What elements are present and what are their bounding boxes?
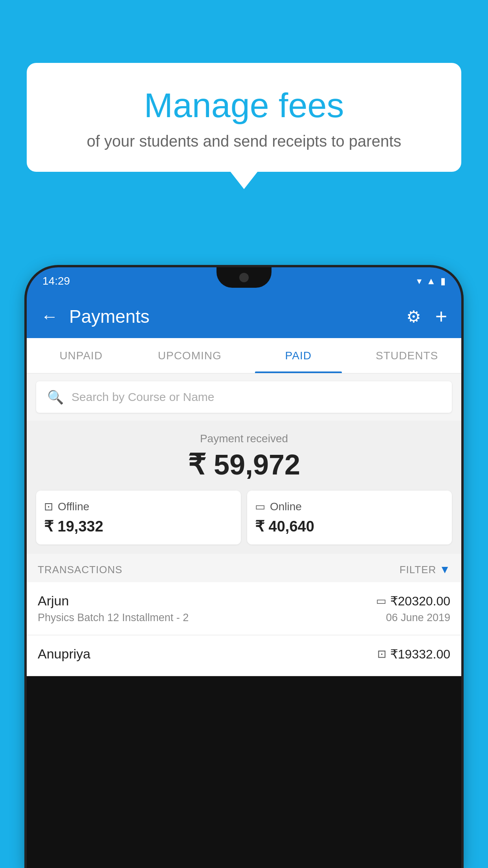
settings-icon[interactable]: ⚙	[406, 307, 421, 326]
signal-icon: ▲	[426, 276, 436, 287]
app-bar-actions: ⚙ +	[406, 305, 447, 328]
status-time: 14:29	[42, 275, 70, 287]
online-card-header: ▭ Online	[255, 500, 444, 513]
camera	[239, 273, 249, 282]
filter-icon[interactable]: ▼	[439, 563, 450, 576]
transaction-amount-wrap: ▭ ₹20320.00	[376, 594, 450, 609]
tab-upcoming[interactable]: UPCOMING	[136, 338, 244, 373]
transaction-name: Arjun	[38, 593, 69, 609]
transaction-amount-wrap: ⊡ ₹19332.00	[377, 647, 450, 662]
table-row[interactable]: Arjun ▭ ₹20320.00 Physics Batch 12 Insta…	[27, 582, 461, 635]
bubble-subtitle: of your students and send receipts to pa…	[46, 132, 442, 150]
offline-amount: ₹ 19,332	[44, 518, 233, 535]
transactions-header: TRANSACTIONS FILTER ▼	[27, 554, 461, 582]
transaction-name: Anupriya	[38, 646, 90, 662]
transaction-bottom: Physics Batch 12 Installment - 2 06 June…	[38, 612, 450, 624]
cash-icon: ⊡	[377, 647, 386, 660]
table-row[interactable]: Anupriya ⊡ ₹19332.00	[27, 635, 461, 676]
search-bar[interactable]: 🔍 Search by Course or Name	[36, 381, 452, 413]
card-icon: ▭	[376, 594, 386, 607]
tab-unpaid[interactable]: UNPAID	[27, 338, 136, 373]
offline-icon: ⊡	[44, 500, 53, 513]
online-card: ▭ Online ₹ 40,640	[247, 491, 452, 544]
bubble-title: Manage fees	[46, 86, 442, 125]
payment-cards: ⊡ Offline ₹ 19,332 ▭ Online ₹ 40,640	[36, 491, 452, 544]
transaction-date: 06 June 2019	[386, 612, 450, 624]
offline-type: Offline	[58, 500, 89, 513]
search-icon: 🔍	[47, 389, 64, 405]
wifi-icon: ▾	[417, 276, 422, 287]
payment-received-section: Payment received ₹ 59,972 ⊡ Offline ₹ 19…	[27, 421, 461, 554]
speech-bubble: Manage fees of your students and send re…	[27, 63, 461, 172]
online-amount: ₹ 40,640	[255, 518, 444, 535]
add-icon[interactable]: +	[435, 305, 447, 328]
phone-frame: 14:29 ▾ ▲ ▮ ← Payments ⚙ + UNPAID	[27, 267, 461, 868]
tab-students[interactable]: STUDENTS	[353, 338, 462, 373]
offline-card-header: ⊡ Offline	[44, 500, 233, 513]
transaction-amount: ₹20320.00	[390, 594, 450, 609]
tab-paid[interactable]: PAID	[244, 338, 353, 373]
transactions-label: TRANSACTIONS	[38, 564, 400, 576]
online-icon: ▭	[255, 500, 265, 513]
status-icons: ▾ ▲ ▮	[417, 276, 446, 287]
filter-label: FILTER	[400, 564, 437, 576]
search-input[interactable]: Search by Course or Name	[72, 390, 215, 404]
phone-screen: 14:29 ▾ ▲ ▮ ← Payments ⚙ + UNPAID	[27, 267, 461, 868]
notch	[216, 267, 272, 288]
transaction-top: Arjun ▭ ₹20320.00	[38, 593, 450, 609]
online-type: Online	[270, 500, 302, 513]
payment-amount: ₹ 59,972	[36, 448, 452, 481]
offline-card: ⊡ Offline ₹ 19,332	[36, 491, 241, 544]
screen-content: 🔍 Search by Course or Name Payment recei…	[27, 373, 461, 676]
transaction-amount: ₹19332.00	[390, 647, 450, 662]
payment-label: Payment received	[36, 432, 452, 445]
app-bar: ← Payments ⚙ +	[27, 295, 461, 338]
back-button[interactable]: ←	[41, 307, 58, 326]
transaction-top: Anupriya ⊡ ₹19332.00	[38, 646, 450, 662]
battery-icon: ▮	[440, 276, 446, 287]
page-title: Payments	[69, 306, 406, 327]
transaction-course: Physics Batch 12 Installment - 2	[38, 612, 189, 624]
tabs-bar: UNPAID UPCOMING PAID STUDENTS	[27, 338, 461, 373]
